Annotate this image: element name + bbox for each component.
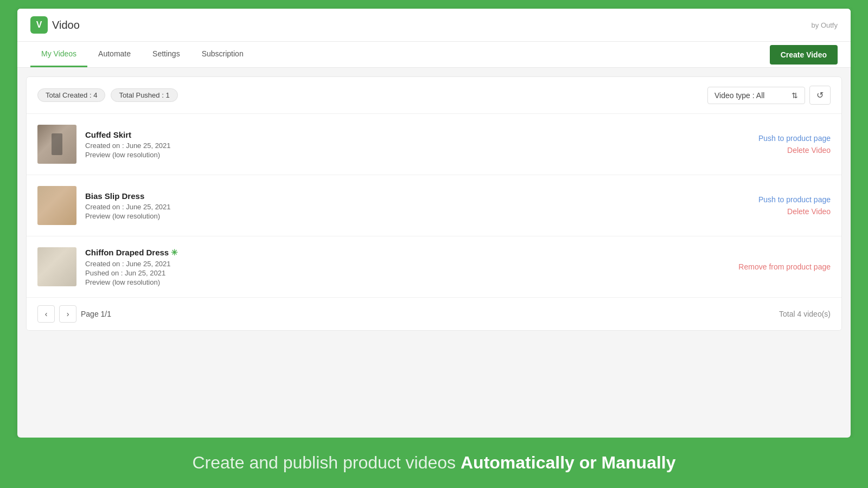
video-actions-3: Remove from product page: [738, 262, 831, 271]
video-preview-1[interactable]: Preview (low resolution): [85, 151, 171, 159]
total-created-badge: Total Created : 4: [37, 88, 105, 102]
video-title-3: Chiffon Draped Dress ✳︎: [85, 248, 178, 258]
chevron-updown-icon: ⇅: [792, 91, 798, 100]
chevron-right-icon: ›: [67, 310, 69, 318]
refresh-icon: ↺: [816, 90, 824, 100]
video-item-2: Bias Slip Dress Created on : June 25, 20…: [27, 175, 841, 236]
video-left-3: Chiffon Draped Dress ✳︎ Created on : Jun…: [37, 247, 178, 286]
video-left-2: Bias Slip Dress Created on : June 25, 20…: [37, 186, 171, 225]
video-info-3: Chiffon Draped Dress ✳︎ Created on : Jun…: [85, 248, 178, 286]
delete-video-button-2[interactable]: Delete Video: [787, 207, 831, 216]
stats-left: Total Created : 4 Total Pushed : 1: [37, 88, 178, 102]
app-name: Vidoo: [52, 19, 80, 31]
tab-automate[interactable]: Automate: [87, 42, 142, 67]
tab-settings[interactable]: Settings: [142, 42, 191, 67]
preview-suffix-1: (low resolution): [112, 151, 160, 159]
video-created-3: Created on : June 25, 2021: [85, 260, 178, 268]
video-thumbnail-2: [37, 186, 76, 225]
stats-right: Video type : All ⇅ ↺: [707, 86, 831, 105]
video-item-3: Chiffon Draped Dress ✳︎ Created on : Jun…: [27, 236, 841, 297]
bottom-banner-text: Create and publish product videos Automa…: [17, 453, 851, 473]
video-title-1: Cuffed Skirt: [85, 130, 171, 139]
video-preview-3[interactable]: Preview (low resolution): [85, 278, 178, 286]
app-header: V Vidoo by Outfy: [17, 9, 851, 42]
video-info-1: Cuffed Skirt Created on : June 25, 2021 …: [85, 130, 171, 159]
video-info-2: Bias Slip Dress Created on : June 25, 20…: [85, 191, 171, 220]
tab-my-videos[interactable]: My Videos: [30, 42, 87, 67]
nav-bar: My Videos Automate Settings Subscription…: [17, 42, 851, 68]
by-outfy-text: by Outfy: [812, 21, 838, 29]
video-preview-2[interactable]: Preview (low resolution): [85, 212, 171, 220]
total-videos-info: Total 4 video(s): [779, 310, 831, 318]
pagination-bar: ‹ › Page 1/1 Total 4 video(s): [27, 297, 841, 330]
tab-subscription[interactable]: Subscription: [191, 42, 254, 67]
push-to-product-page-button-2[interactable]: Push to product page: [758, 195, 831, 204]
video-type-select[interactable]: Video type : All ⇅: [707, 87, 805, 104]
video-thumbnail-3: [37, 247, 76, 286]
stats-bar: Total Created : 4 Total Pushed : 1 Video…: [27, 77, 841, 114]
delete-video-button-1[interactable]: Delete Video: [787, 146, 831, 155]
video-thumbnail-1: [37, 125, 76, 164]
next-page-button[interactable]: ›: [59, 305, 76, 323]
video-item-1: Cuffed Skirt Created on : June 25, 2021 …: [27, 114, 841, 175]
bottom-banner: Create and publish product videos Automa…: [0, 438, 868, 488]
video-created-1: Created on : June 25, 2021: [85, 142, 171, 150]
logo-icon: V: [30, 16, 48, 34]
video-pushed-on-3: Pushed on : Jun 25, 2021: [85, 269, 178, 277]
pagination-controls: ‹ › Page 1/1: [37, 305, 111, 323]
video-title-2: Bias Slip Dress: [85, 191, 171, 201]
refresh-button[interactable]: ↺: [809, 86, 831, 105]
prev-page-button[interactable]: ‹: [37, 305, 55, 323]
video-list: Cuffed Skirt Created on : June 25, 2021 …: [27, 114, 841, 297]
content-area: Total Created : 4 Total Pushed : 1 Video…: [26, 76, 842, 331]
chevron-left-icon: ‹: [45, 310, 48, 318]
remove-from-product-page-button-3[interactable]: Remove from product page: [738, 262, 831, 271]
video-created-2: Created on : June 25, 2021: [85, 203, 171, 211]
preview-suffix-3: (low resolution): [112, 278, 160, 286]
push-to-product-page-button-1[interactable]: Push to product page: [758, 134, 831, 143]
preview-suffix-2: (low resolution): [112, 212, 160, 220]
total-pushed-badge: Total Pushed : 1: [111, 88, 177, 102]
nav-tabs: My Videos Automate Settings Subscription: [30, 42, 254, 67]
app-logo: V Vidoo: [30, 16, 80, 34]
video-actions-2: Push to product page Delete Video: [758, 195, 831, 216]
video-actions-1: Push to product page Delete Video: [758, 134, 831, 155]
create-video-button[interactable]: Create Video: [770, 45, 838, 65]
sparkle-icon: ✳︎: [171, 248, 178, 257]
video-left-1: Cuffed Skirt Created on : June 25, 2021 …: [37, 125, 171, 164]
page-info: Page 1/1: [81, 310, 111, 318]
